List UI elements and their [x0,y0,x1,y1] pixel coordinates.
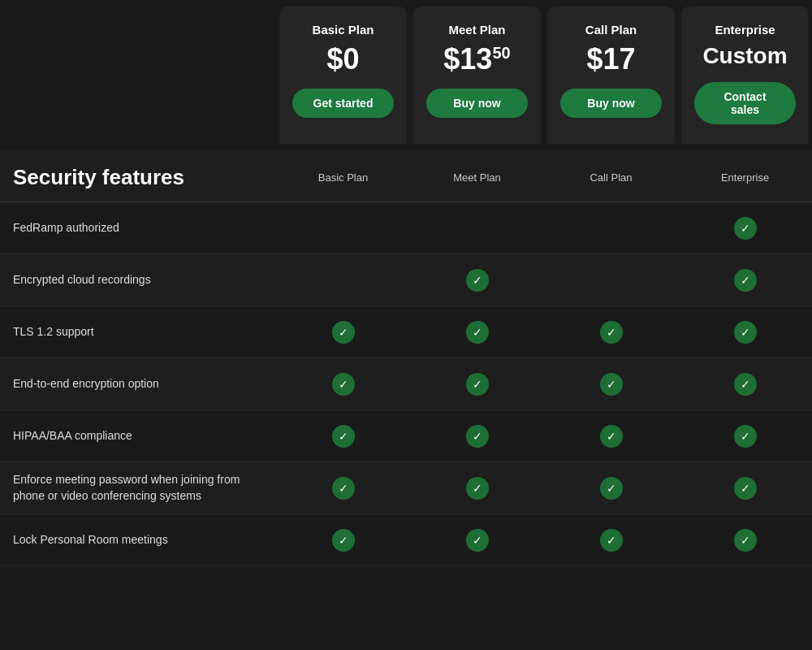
feature-name: TLS 1.2 support [0,314,276,350]
feature-cell [544,363,678,405]
feature-row: HIPAA/BAA compliance [0,410,812,462]
feature-cell [678,311,812,353]
check-icon [332,529,355,552]
col-label-basic: Basic Plan [276,171,410,184]
plan-name-basic: Basic Plan [292,23,394,37]
check-icon [600,321,623,344]
feature-cell [544,519,678,561]
contact-sales-button[interactable]: Contact sales [694,82,796,124]
feature-cell [410,219,544,238]
features-table: FedRamp authorizedEncrypted cloud record… [0,202,812,566]
feature-cell [678,259,812,301]
feature-name: HIPAA/BAA compliance [0,418,276,454]
feature-cell [678,415,812,457]
get-started-button[interactable]: Get started [292,89,394,118]
feature-cell [410,415,544,457]
feature-name: End-to-end encryption option [0,366,276,402]
feature-name: Encrypted cloud recordings [0,262,276,298]
feature-cell [410,519,544,561]
check-icon [734,373,757,396]
plan-card-enterprise: Enterprise Custom Contact sales [681,6,809,144]
feature-row: End-to-end encryption option [0,358,812,410]
check-icon [734,217,757,240]
feature-cell [276,415,410,457]
feature-cell [678,519,812,561]
check-icon [734,269,757,292]
buy-now-meet-button[interactable]: Buy now [426,89,528,118]
check-icon [466,321,489,344]
header-row: Basic Plan $0 Get started Meet Plan $135… [0,0,812,144]
feature-cell [544,219,678,238]
check-icon [600,529,623,552]
feature-cell [678,363,812,405]
check-icon [600,425,623,448]
col-label-meet: Meet Plan [410,171,544,184]
feature-cell [276,311,410,353]
plan-name-call: Call Plan [560,23,662,37]
header-empty-col [0,0,276,144]
feature-cell [544,415,678,457]
col-label-enterprise: Enterprise [678,171,812,184]
feature-cell [544,311,678,353]
plan-price-call: $17 [560,43,662,76]
feature-cell [410,311,544,353]
feature-cell [276,219,410,238]
feature-name: Lock Personal Room meetings [0,522,276,558]
feature-name: Enforce meeting password when joining fr… [0,462,276,514]
plan-price-enterprise: Custom [694,43,796,69]
check-icon [466,425,489,448]
feature-cell [276,519,410,561]
plan-card-basic: Basic Plan $0 Get started [279,6,407,144]
plan-price-meet: $1350 [426,43,528,76]
check-icon [332,477,355,500]
feature-row: Lock Personal Room meetings [0,514,812,566]
plan-card-meet: Meet Plan $1350 Buy now [413,6,541,144]
check-icon [600,477,623,500]
plan-name-meet: Meet Plan [426,23,528,37]
feature-cell [276,467,410,509]
check-icon [734,425,757,448]
col-label-call: Call Plan [544,171,678,184]
feature-cell [544,467,678,509]
feature-cell [276,271,410,290]
check-icon [734,321,757,344]
feature-row: FedRamp authorized [0,202,812,254]
feature-row: Enforce meeting password when joining fr… [0,462,812,514]
plan-card-call: Call Plan $17 Buy now [547,6,675,144]
feature-cell [678,467,812,509]
plan-name-enterprise: Enterprise [694,23,796,37]
pricing-container: Basic Plan $0 Get started Meet Plan $135… [0,0,812,566]
check-icon [332,425,355,448]
feature-row: Encrypted cloud recordings [0,254,812,306]
check-icon [734,529,757,552]
feature-cell [678,207,812,249]
feature-cell [276,363,410,405]
plan-price-basic: $0 [292,43,394,76]
check-icon [332,373,355,396]
feature-row: TLS 1.2 support [0,306,812,358]
feature-cell [544,271,678,290]
section-header: Security features Basic Plan Meet Plan C… [0,150,812,202]
feature-cell [410,467,544,509]
feature-name: FedRamp authorized [0,210,276,246]
check-icon [734,477,757,500]
check-icon [466,477,489,500]
section-title: Security features [0,165,276,190]
check-icon [332,321,355,344]
feature-cell [410,363,544,405]
feature-cell [410,259,544,301]
check-icon [466,529,489,552]
buy-now-call-button[interactable]: Buy now [560,89,662,118]
check-icon [466,373,489,396]
check-icon [466,269,489,292]
check-icon [600,373,623,396]
